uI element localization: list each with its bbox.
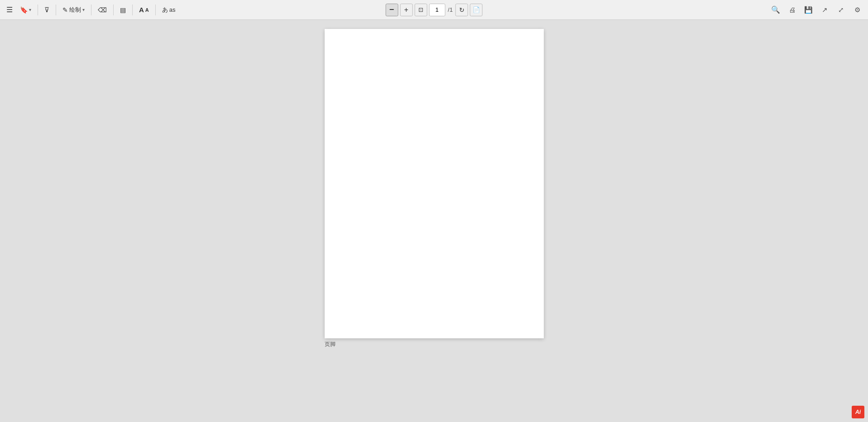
save-icon: 💾 (804, 6, 813, 14)
zoom-in-icon: + (404, 6, 408, 14)
draw-icon: ✎ (62, 6, 68, 14)
zoom-out-button[interactable]: − (385, 4, 398, 16)
eraser-icon: ⌫ (98, 6, 107, 14)
text-size-button[interactable]: A A (136, 3, 152, 17)
rotate-button[interactable]: ↻ (456, 4, 468, 16)
doc-view-button[interactable]: 📄 (470, 4, 483, 16)
draw-chevron-icon: ▾ (82, 7, 85, 12)
divider-5 (132, 5, 133, 15)
settings-button[interactable]: ⚙ (850, 3, 864, 17)
page-footer-label: 页脚 (325, 341, 336, 348)
right-toolbar: 🔍 🖨 💾 ↗ ⤢ ⚙ (768, 3, 864, 17)
save-button[interactable]: 💾 (801, 3, 815, 17)
hamburger-icon: ☰ (6, 5, 13, 14)
doc-view-icon: 📄 (473, 6, 480, 13)
pdf-page-wrapper: 页脚 (325, 29, 544, 338)
search-button[interactable]: 🔍 (768, 3, 783, 17)
columns-icon: ▤ (120, 6, 126, 14)
main-content: 页脚 (0, 20, 868, 422)
divider-2 (56, 5, 56, 15)
settings-icon: ⚙ (854, 6, 860, 14)
divider-3 (91, 5, 91, 15)
print-icon: 🖨 (789, 6, 796, 14)
fit-page-button[interactable]: ⊡ (414, 4, 427, 16)
columns-button[interactable]: ▤ (117, 3, 129, 17)
eraser-button[interactable]: ⌫ (95, 3, 110, 17)
lang-button[interactable]: あ as (159, 3, 178, 17)
filter-button[interactable]: ⊽ (42, 3, 52, 17)
search-icon: 🔍 (771, 5, 780, 14)
fit-page-icon: ⊡ (418, 6, 423, 13)
menu-button[interactable]: ☰ (4, 3, 15, 17)
bookmark-icon: 🔖 (20, 6, 28, 14)
filter-icon: ⊽ (44, 6, 49, 14)
expand-button[interactable]: ⤢ (834, 3, 848, 17)
expand-icon: ⤢ (838, 6, 844, 14)
as-label: as (169, 6, 176, 13)
draw-button[interactable]: ✎ 绘制 ▾ (60, 3, 87, 17)
zoom-in-button[interactable]: + (400, 4, 412, 16)
page-total: /1 (447, 6, 454, 13)
bookmark-button[interactable]: 🔖 ▾ (17, 3, 34, 17)
rotate-icon: ↻ (459, 6, 465, 14)
divider-6 (155, 5, 156, 15)
draw-label: 绘制 (69, 6, 81, 14)
share-button[interactable]: ↗ (817, 3, 832, 17)
chevron-down-icon: ▾ (29, 7, 31, 12)
pdf-page (325, 29, 544, 338)
adobe-logo-text: Ai (855, 409, 861, 415)
text-size-small-icon: A (145, 7, 149, 13)
divider-4 (113, 5, 114, 15)
print-button[interactable]: 🖨 (785, 3, 799, 17)
zoom-controls: − + ⊡ 1 /1 ↻ 📄 (385, 4, 483, 16)
zoom-out-icon: − (389, 5, 394, 14)
page-number-input[interactable]: 1 (429, 4, 445, 16)
lang-icon: あ (162, 6, 168, 14)
adobe-logo: Ai (852, 406, 864, 418)
share-icon: ↗ (822, 6, 828, 14)
toolbar: ☰ 🔖 ▾ ⊽ ✎ 绘制 ▾ ⌫ ▤ A A あ as − + (0, 0, 868, 20)
text-size-icon: A (139, 6, 144, 14)
divider-1 (38, 5, 38, 15)
